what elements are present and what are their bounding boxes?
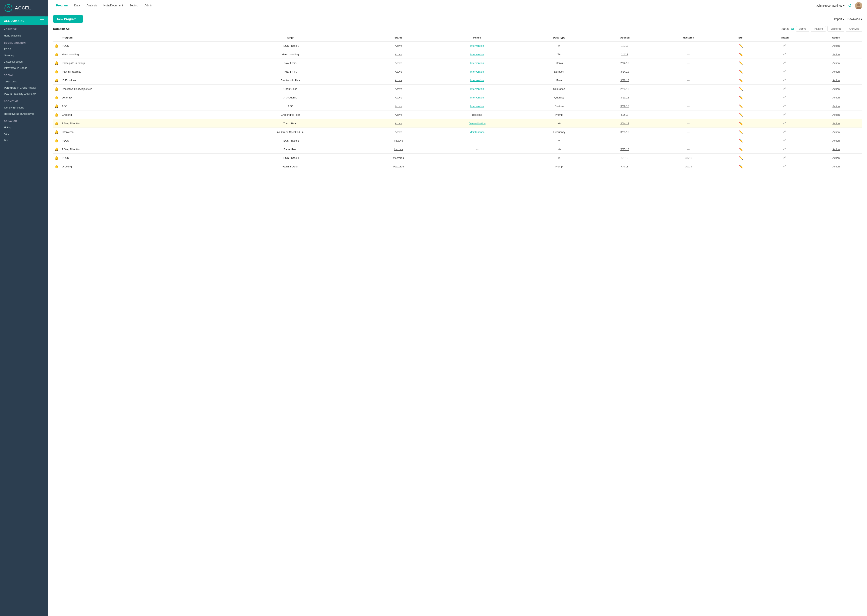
action-cell[interactable]: Action [810,68,862,76]
action-link[interactable]: Action [832,79,840,82]
bell-cell[interactable]: 🔔 [53,93,60,102]
opened-date[interactable]: 4/1/18 [621,156,628,159]
graph-icon[interactable] [783,130,787,134]
edit-cell[interactable]: ✏️ [722,145,760,154]
bell-icon[interactable]: 🔔 [55,70,58,73]
opened-cell[interactable]: 5/25/18 [595,145,654,154]
sidebar-item-greeting[interactable]: Greeting [0,52,48,58]
status-all-button[interactable]: All [791,27,794,30]
status-badge[interactable]: Inactive [394,148,403,151]
graph-icon[interactable] [783,70,787,74]
graph-icon[interactable] [783,96,787,99]
edit-icon[interactable]: ✏️ [739,122,743,125]
action-cell[interactable]: Action [810,162,862,171]
opened-date[interactable]: 2/25/18 [620,87,629,90]
status-badge[interactable]: Active [395,113,402,116]
action-cell[interactable]: Action [810,76,862,85]
status-cell[interactable]: Active [366,68,431,76]
status-cell[interactable]: Active [366,41,431,50]
opened-date[interactable]: 4/4/18 [621,165,628,168]
graph-cell[interactable] [760,41,810,50]
phase-cell[interactable]: Intervention [431,85,523,93]
bell-cell[interactable]: 🔔 [53,41,60,50]
graph-cell[interactable] [760,102,810,110]
import-button[interactable]: Import ▴ [834,17,844,20]
phase-cell[interactable]: Intervention [431,76,523,85]
bell-icon[interactable]: 🔔 [55,156,58,160]
edit-icon[interactable]: ✏️ [739,53,743,56]
phase-cell[interactable]: Maintenance [431,128,523,136]
sidebar-item-intraverbal[interactable]: Intraverbal in Songs [0,65,48,71]
sidebar-item-receptive-id[interactable]: Receptive ID of Adjectives [0,111,48,117]
phase-cell[interactable]: Intervention [431,59,523,68]
edit-icon[interactable]: ✏️ [739,70,743,73]
status-badge[interactable]: Active [395,105,402,108]
graph-icon[interactable] [783,156,787,160]
action-link[interactable]: Action [832,130,840,134]
edit-cell[interactable]: ✏️ [722,68,760,76]
action-cell[interactable]: Action [810,50,862,59]
action-cell[interactable]: Action [810,41,862,50]
tab-note-document[interactable]: Note/Document [100,0,126,11]
bell-cell[interactable]: 🔔 [53,154,60,162]
action-cell[interactable]: Action [810,110,862,119]
hamburger-icon[interactable] [40,19,44,22]
graph-icon[interactable] [783,87,787,91]
bell-cell[interactable]: 🔔 [53,119,60,128]
tab-program[interactable]: Program [53,0,71,11]
status-cell[interactable]: Active [366,76,431,85]
status-badge[interactable]: Active [395,44,402,47]
graph-cell[interactable] [760,162,810,171]
tab-data[interactable]: Data [71,0,84,11]
bell-cell[interactable]: 🔔 [53,68,60,76]
phase-cell[interactable]: Intervention [431,102,523,110]
edit-cell[interactable]: ✏️ [722,93,760,102]
opened-date[interactable]: 6/2/18 [621,113,628,116]
graph-cell[interactable] [760,110,810,119]
opened-cell[interactable]: 3/13/18 [595,93,654,102]
bell-filled-icon[interactable]: 🔔 [55,44,58,47]
graph-cell[interactable] [760,76,810,85]
opened-date[interactable]: 1/2/18 [621,53,628,56]
bell-cell[interactable]: 🔔 [53,50,60,59]
bell-icon[interactable]: 🔔 [55,165,58,168]
phase-link[interactable]: Intervention [470,79,484,82]
opened-date[interactable]: 2/12/18 [620,61,629,64]
bell-cell[interactable]: 🔔 [53,110,60,119]
refresh-icon[interactable]: ↺ [847,3,853,8]
action-link[interactable]: Action [832,96,840,99]
action-link[interactable]: Action [832,122,840,125]
edit-icon[interactable]: ✏️ [739,79,743,82]
action-link[interactable]: Action [832,156,840,159]
status-cell[interactable]: Active [366,128,431,136]
new-program-button[interactable]: New Program + [53,15,83,23]
status-cell[interactable]: Active [366,50,431,59]
bell-icon[interactable]: 🔔 [55,113,58,116]
edit-icon[interactable]: ✏️ [739,61,743,65]
opened-cell[interactable]: 2/25/18 [595,85,654,93]
bell-icon[interactable]: 🔔 [55,122,58,125]
edit-cell[interactable]: ✏️ [722,136,760,145]
edit-icon[interactable]: ✏️ [739,87,743,91]
status-cell[interactable]: Active [366,93,431,102]
edit-cell[interactable]: ✏️ [722,154,760,162]
opened-cell[interactable]: 6/2/18 [595,110,654,119]
bell-cell[interactable]: 🔔 [53,76,60,85]
sidebar-item-hitting[interactable]: Hitting [0,124,48,130]
sidebar-item-play-proximity[interactable]: Play in Proximity with Peers [0,91,48,97]
sidebar-item-sib[interactable]: SIB [0,137,48,143]
sidebar-item-identify-emotions[interactable]: Identify Emotions [0,104,48,111]
sidebar-item-hand-washing[interactable]: Hand Washing [0,33,48,39]
status-cell[interactable]: Active [366,85,431,93]
status-cell[interactable]: Active [366,102,431,110]
download-button[interactable]: Download ▾ [848,17,862,20]
bell-cell[interactable]: 🔔 [53,136,60,145]
graph-icon[interactable] [783,113,787,117]
phase-cell[interactable]: Intervention [431,68,523,76]
edit-icon[interactable]: ✏️ [739,96,743,99]
opened-date[interactable]: 3/28/18 [620,79,629,82]
bell-icon[interactable]: 🔔 [55,53,58,56]
action-link[interactable]: Action [832,61,840,64]
edit-icon[interactable]: ✏️ [739,44,743,47]
bell-icon[interactable]: 🔔 [55,79,58,82]
